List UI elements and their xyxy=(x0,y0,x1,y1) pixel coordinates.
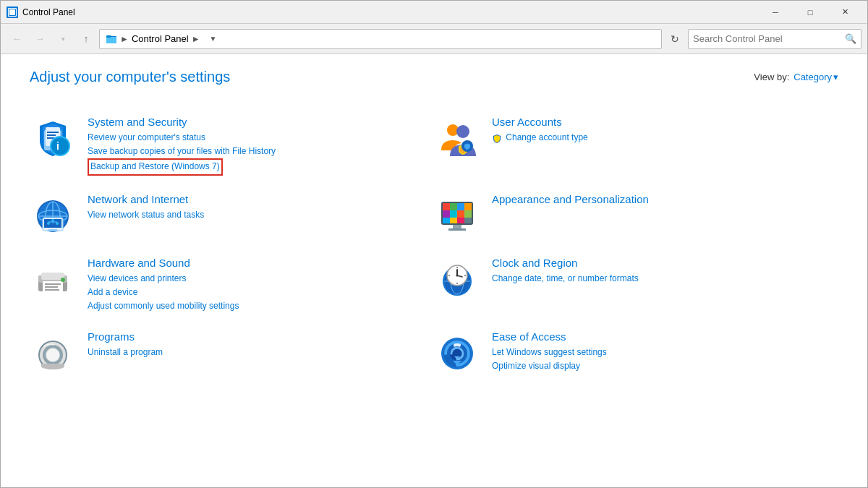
system-security-title[interactable]: System and Security xyxy=(88,116,420,128)
svg-rect-53 xyxy=(45,283,61,285)
svg-rect-48 xyxy=(448,228,466,231)
link-view-network-status[interactable]: View network status and tasks xyxy=(88,208,420,222)
path-text: Control Panel xyxy=(132,33,189,44)
svg-point-69 xyxy=(448,275,450,276)
link-add-device[interactable]: Add a device xyxy=(88,286,420,299)
address-dropdown-button[interactable]: ▼ xyxy=(203,29,224,49)
user-accounts-icon xyxy=(434,116,480,162)
link-change-account-type[interactable]: Change account type xyxy=(492,131,824,145)
svg-point-67 xyxy=(464,275,466,276)
path-separator-2: ► xyxy=(192,34,200,44)
svg-rect-54 xyxy=(45,286,58,288)
clock-region-content: Clock and Region Change date, time, or n… xyxy=(492,257,824,286)
maximize-icon: □ xyxy=(808,8,813,17)
address-path-bar[interactable]: ► Control Panel ► ▼ xyxy=(99,29,662,49)
category-user-accounts: User Accounts Change account type xyxy=(434,107,838,184)
path-separator-1: ► xyxy=(120,34,129,44)
up-icon: ↑ xyxy=(84,33,89,44)
svg-point-68 xyxy=(456,283,458,284)
search-box: 🔍 xyxy=(688,29,861,49)
close-button[interactable]: ✕ xyxy=(828,1,861,24)
category-programs: Programs Uninstall a program xyxy=(30,322,434,385)
svg-text:i: i xyxy=(56,140,59,152)
svg-rect-36 xyxy=(450,203,457,210)
svg-rect-3 xyxy=(9,9,15,15)
svg-rect-47 xyxy=(453,225,461,228)
svg-rect-43 xyxy=(443,218,450,223)
network-internet-title[interactable]: Network and Internet xyxy=(88,193,420,205)
window-icon xyxy=(7,7,18,18)
recent-locations-button[interactable]: ▾ xyxy=(53,29,73,49)
svg-rect-37 xyxy=(457,203,464,210)
address-bar: ← → ▾ ↑ ► Control Panel ► ▼ xyxy=(1,24,867,54)
svg-point-66 xyxy=(456,267,458,268)
window: Control Panel ─ □ ✕ ← → ▾ ↑ xyxy=(0,0,868,488)
clock-region-title[interactable]: Clock and Region xyxy=(492,257,824,269)
svg-rect-11 xyxy=(47,134,56,136)
clock-region-icon xyxy=(434,257,480,303)
ease-of-access-title[interactable]: Ease of Access xyxy=(492,330,824,343)
title-bar: Control Panel ─ □ ✕ xyxy=(1,1,867,24)
ease-of-access-icon xyxy=(434,330,480,377)
svg-rect-39 xyxy=(443,210,450,218)
svg-rect-41 xyxy=(457,210,464,218)
link-file-history[interactable]: Save backup copies of your files with Fi… xyxy=(88,145,420,158)
svg-point-32 xyxy=(56,222,59,225)
search-input[interactable] xyxy=(693,33,845,44)
svg-rect-27 xyxy=(48,229,57,231)
link-backup-restore[interactable]: Backup and Restore (Windows 7) xyxy=(88,158,223,175)
window-controls: ─ □ ✕ xyxy=(759,1,861,24)
appearance-icon xyxy=(434,193,480,239)
svg-rect-42 xyxy=(464,210,472,218)
svg-rect-46 xyxy=(464,218,472,223)
link-mobility-settings[interactable]: Adjust commonly used mobility settings xyxy=(88,299,420,313)
link-windows-suggest-settings[interactable]: Let Windows suggest settings xyxy=(492,346,824,359)
category-appearance: Appearance and Personalization xyxy=(434,184,838,248)
window-title: Control Panel xyxy=(22,7,759,17)
category-system-security: i System and Security Review your comput… xyxy=(30,107,434,184)
svg-rect-10 xyxy=(47,132,59,133)
back-icon: ← xyxy=(12,33,22,44)
programs-content: Programs Uninstall a program xyxy=(88,330,420,359)
svg-rect-44 xyxy=(450,218,457,223)
categories-grid: i System and Security Review your comput… xyxy=(30,107,838,385)
svg-rect-40 xyxy=(450,210,457,218)
category-network-internet: Network and Internet View network status… xyxy=(30,184,434,248)
user-accounts-title[interactable]: User Accounts xyxy=(492,116,824,128)
programs-icon xyxy=(30,330,76,377)
link-uninstall-program[interactable]: Uninstall a program xyxy=(88,346,420,359)
svg-rect-7 xyxy=(106,35,111,38)
system-security-content: System and Security Review your computer… xyxy=(88,116,420,176)
svg-rect-45 xyxy=(457,218,464,223)
programs-title[interactable]: Programs xyxy=(88,330,420,343)
hardware-sound-title[interactable]: Hardware and Sound xyxy=(88,257,420,269)
hardware-sound-icon xyxy=(30,257,76,303)
network-internet-icon xyxy=(30,193,76,239)
category-ease-of-access: Ease of Access Let Windows suggest setti… xyxy=(434,322,838,385)
appearance-title[interactable]: Appearance and Personalization xyxy=(492,193,824,205)
link-change-datetime[interactable]: Change date, time, or number formats xyxy=(492,272,824,286)
path-folder-icon xyxy=(106,33,117,45)
refresh-button[interactable]: ↻ xyxy=(665,29,685,49)
svg-point-56 xyxy=(61,278,65,282)
maximize-button[interactable]: □ xyxy=(793,1,827,24)
category-hardware-sound: Hardware and Sound View devices and prin… xyxy=(30,248,434,322)
svg-point-14 xyxy=(51,137,69,155)
link-view-devices-printers[interactable]: View devices and printers xyxy=(88,272,420,286)
svg-rect-51 xyxy=(41,273,64,280)
up-button[interactable]: ↑ xyxy=(76,29,96,49)
link-optimize-visual-display[interactable]: Optimize visual display xyxy=(492,359,824,373)
hardware-sound-content: Hardware and Sound View devices and prin… xyxy=(88,257,420,314)
back-button[interactable]: ← xyxy=(7,29,27,49)
view-by-dropdown[interactable]: Category ▾ xyxy=(793,72,838,82)
svg-point-65 xyxy=(456,274,459,276)
user-accounts-content: User Accounts Change account type xyxy=(492,116,824,145)
forward-icon: → xyxy=(35,33,45,44)
minimize-button[interactable]: ─ xyxy=(759,1,792,24)
category-clock-region: Clock and Region Change date, time, or n… xyxy=(434,248,838,322)
view-by-value-text: Category xyxy=(793,72,832,82)
refresh-icon: ↻ xyxy=(671,33,679,45)
link-review-status[interactable]: Review your computer's status xyxy=(88,131,420,145)
svg-rect-35 xyxy=(443,203,450,210)
forward-button[interactable]: → xyxy=(30,29,50,49)
